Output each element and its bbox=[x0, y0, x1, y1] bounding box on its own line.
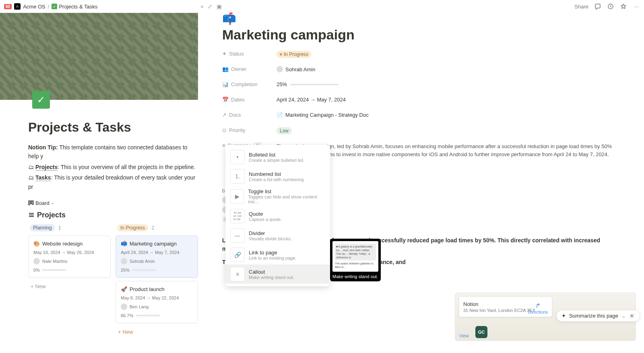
card-dates: May 8, 2024 → May 22, 2024 bbox=[121, 295, 193, 300]
column-planning-count: 1 bbox=[58, 225, 61, 231]
column-progress[interactable]: In Progress bbox=[117, 224, 148, 231]
tip-label: Notion Tip: bbox=[28, 144, 58, 151]
column-planning[interactable]: Planning bbox=[30, 224, 55, 231]
map-gc-badge: GC bbox=[475, 326, 487, 338]
card-title: Marketing campaign bbox=[130, 241, 177, 247]
docs-value[interactable]: 📄Marketing Campaign - Strategy Doc bbox=[277, 112, 620, 118]
expand-icon[interactable]: » bbox=[200, 3, 204, 10]
completion-label-icon: 📊 bbox=[222, 81, 229, 87]
notification-badge[interactable]: 60 bbox=[4, 4, 12, 9]
svg-rect-3 bbox=[32, 201, 33, 204]
add-new-planning[interactable]: + New bbox=[28, 281, 111, 292]
card-emoji-icon: 📫 bbox=[121, 241, 127, 247]
progress-label: 66.7% bbox=[121, 313, 133, 318]
priority-label-icon: ⊙ bbox=[222, 127, 227, 133]
menu-link-page[interactable]: 🔗Link to pageLink to an existing page. bbox=[225, 245, 330, 264]
breadcrumb-workspace[interactable]: Acme OS bbox=[23, 4, 45, 10]
number-icon: 1. bbox=[230, 169, 245, 184]
chevron-down-icon[interactable]: ⌄ bbox=[621, 313, 626, 319]
tooltip-preview: ■ A galaxy is a gravitationally bo… dust… bbox=[332, 241, 378, 272]
card-emoji-icon: 🚀 bbox=[121, 286, 127, 292]
sparkle-icon: ✦ bbox=[561, 313, 566, 319]
progress-label: 25% bbox=[121, 268, 130, 272]
dates-value[interactable]: April 24, 2024 → May 7, 2024 bbox=[277, 97, 620, 103]
right-page-icon[interactable]: 📫 bbox=[222, 12, 620, 25]
divider-icon: — bbox=[230, 228, 245, 243]
doc-icon: 📄 bbox=[277, 112, 283, 118]
card-title: Product launch bbox=[130, 286, 165, 292]
toggle-icon: ▶ bbox=[230, 189, 244, 204]
projects-link[interactable]: Projects bbox=[35, 164, 58, 171]
status-pill[interactable]: In Progress bbox=[277, 51, 312, 58]
menu-tooltip: ■ A galaxy is a gravitationally bo… dust… bbox=[330, 239, 381, 281]
summarize-bar[interactable]: ✦ Summarize this page ⌄ ✕ bbox=[556, 310, 640, 322]
completion-value[interactable]: 25% bbox=[277, 81, 620, 87]
open-full-icon[interactable]: ⤢ bbox=[208, 3, 213, 10]
menu-numbered-list[interactable]: 1.Numbered listCreate a list with number… bbox=[225, 167, 330, 186]
breadcrumb-page-label: Projects & Tasks bbox=[59, 4, 97, 10]
slash-menu: •Bulleted listCreate a simple bulleted l… bbox=[225, 145, 330, 286]
dates-label-icon: 📅 bbox=[222, 97, 229, 103]
clock-icon[interactable] bbox=[607, 3, 614, 10]
card-dates: May 10, 2024 → May 26, 2024 bbox=[33, 250, 105, 255]
breadcrumb: Acme OS / ✓ Projects & Tasks bbox=[23, 4, 97, 10]
tip-projects-text: : This is your overview of all the proje… bbox=[58, 164, 195, 170]
board-view[interactable]: Board ⌄ bbox=[28, 200, 54, 206]
board-label: Board bbox=[35, 200, 50, 206]
card-owner: Nate Martins bbox=[42, 259, 67, 264]
priority-pill[interactable]: Low bbox=[277, 127, 292, 134]
prop-docs-label: Docs bbox=[229, 112, 241, 118]
comment-icon[interactable] bbox=[594, 3, 601, 10]
page-icon[interactable]: ✓ bbox=[32, 91, 50, 109]
prop-status-label: Status bbox=[229, 51, 244, 57]
menu-toggle-list[interactable]: ▶Toggle listToggles can hide and show co… bbox=[225, 186, 330, 206]
card-emoji-icon: 🎨 bbox=[33, 241, 40, 247]
right-page-title[interactable]: Marketing campaign bbox=[222, 27, 620, 43]
tip-tasks-text: : This is your detailed breakdown of eve… bbox=[28, 174, 195, 190]
summary-label-icon: ≡ bbox=[222, 142, 225, 149]
tasks-link[interactable]: Tasks bbox=[35, 174, 51, 181]
progress-bar bbox=[136, 315, 160, 316]
page-title[interactable]: Projects & Tasks bbox=[28, 120, 198, 135]
progress-bar bbox=[132, 269, 156, 271]
card-owner: Ben Lang bbox=[130, 304, 149, 309]
card-website-redesign[interactable]: 🎨Website redesign May 10, 2024 → May 26,… bbox=[28, 235, 111, 278]
card-product-launch[interactable]: 🚀Product launch May 8, 2024 → May 22, 20… bbox=[116, 281, 198, 323]
map-view-link[interactable]: View bbox=[459, 333, 469, 338]
add-new-progress[interactable]: + New bbox=[116, 326, 198, 337]
owner-value[interactable]: Sohrab Amin bbox=[277, 66, 620, 72]
progress-label: 0% bbox=[33, 268, 40, 272]
progress-bar bbox=[290, 84, 339, 85]
status-label-icon: ✦ bbox=[222, 51, 227, 57]
share-button[interactable]: Share bbox=[574, 4, 588, 10]
quote-icon: To beor notto be bbox=[230, 209, 245, 223]
db-title[interactable]: Projects bbox=[28, 211, 198, 219]
tasks-icon: 🗂 bbox=[28, 174, 34, 181]
breadcrumb-page[interactable]: ✓ Projects & Tasks bbox=[52, 4, 97, 10]
prop-completion-label: Completion bbox=[231, 81, 258, 87]
menu-callout[interactable]: ≡CalloutMake writing stand out. bbox=[225, 264, 330, 284]
card-title: Website redesign bbox=[42, 241, 83, 247]
menu-bulleted-list[interactable]: •Bulleted listCreate a simple bulleted l… bbox=[225, 147, 330, 167]
prop-dates-label: Dates bbox=[231, 97, 245, 103]
avatar bbox=[121, 303, 127, 310]
projects-icon: 🗂 bbox=[28, 164, 34, 170]
menu-quote[interactable]: To beor notto beQuoteCapture a quote. bbox=[225, 206, 330, 226]
owner-label-icon: 👥 bbox=[222, 66, 229, 72]
close-icon[interactable]: ✕ bbox=[629, 313, 635, 319]
menu-divider[interactable]: —DividerVisually divide blocks. bbox=[225, 226, 330, 245]
card-marketing-campaign[interactable]: 📫Marketing campaign April 24, 2024 → May… bbox=[116, 235, 198, 278]
check-icon: ✓ bbox=[52, 4, 57, 9]
card-dates: April 24, 2024 → May 7, 2024 bbox=[121, 250, 193, 255]
docs-label-icon: ↗ bbox=[222, 112, 227, 118]
more-icon[interactable]: ··· bbox=[633, 3, 640, 10]
bullet-icon: • bbox=[230, 150, 245, 164]
tip-block: Notion Tip: This template contains two c… bbox=[28, 142, 198, 192]
avatar bbox=[277, 66, 283, 72]
callout-icon: ≡ bbox=[230, 267, 245, 281]
tooltip-caption: Make writing stand out. bbox=[332, 274, 378, 279]
map-directions[interactable]: ↱Directions bbox=[528, 302, 548, 314]
column-progress-count: 2 bbox=[151, 225, 154, 231]
peek-icon[interactable]: ▣ bbox=[217, 3, 222, 10]
star-icon[interactable] bbox=[620, 3, 627, 10]
